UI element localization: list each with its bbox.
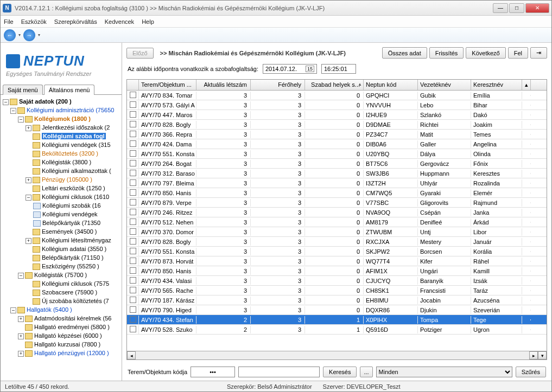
filter-button[interactable]: Szűrés bbox=[516, 367, 546, 377]
table-body[interactable]: AVY/70 834. Tomar330GPQHCIGubikEmíliaAVY… bbox=[127, 91, 547, 351]
all-data-button[interactable]: Összes adat bbox=[382, 47, 427, 59]
expand-icon[interactable]: + bbox=[26, 125, 31, 131]
expand-icon[interactable]: + bbox=[26, 177, 31, 183]
tree-item[interactable]: Hallgató pénzügyei (12000 ) bbox=[34, 350, 109, 356]
row-checkbox[interactable] bbox=[130, 131, 136, 137]
row-checkbox[interactable] bbox=[130, 209, 136, 215]
table-row[interactable]: AVY/70 551. Konsta330SKJPW2BorcsenKoráli… bbox=[127, 247, 547, 256]
row-checkbox[interactable] bbox=[130, 287, 136, 293]
row-checkbox[interactable] bbox=[130, 306, 136, 313]
col-firstname[interactable]: Keresztnév bbox=[471, 80, 522, 90]
expand-icon[interactable]: + bbox=[18, 351, 24, 357]
row-checkbox[interactable] bbox=[130, 277, 136, 284]
expand-icon[interactable]: – bbox=[10, 108, 16, 114]
nav-back-button[interactable]: ← bbox=[4, 29, 16, 41]
tree-item[interactable]: Események (34500 ) bbox=[42, 228, 97, 235]
calendar-icon[interactable]: 15 bbox=[306, 66, 314, 72]
tree-item[interactable]: Kollégisták (75700 ) bbox=[34, 272, 87, 278]
row-checkbox[interactable] bbox=[130, 101, 136, 108]
expand-icon[interactable]: – bbox=[10, 307, 16, 313]
table-row[interactable]: AVY/70 366. Repra330PZ34C7MatitTemes bbox=[127, 130, 547, 139]
menu-file[interactable]: File bbox=[4, 18, 14, 25]
refresh-button[interactable]: Frissítés bbox=[429, 47, 464, 59]
row-checkbox[interactable] bbox=[130, 238, 136, 245]
row-checkbox[interactable] bbox=[130, 297, 136, 303]
col-scroll-up[interactable]: ▴ bbox=[522, 80, 531, 90]
table-row[interactable]: AVY/70 573. Gályi A330YNVVUHLeboBihar bbox=[127, 100, 547, 110]
tab-own-menu[interactable]: Saját menü bbox=[3, 85, 43, 95]
row-checkbox[interactable] bbox=[130, 189, 136, 196]
col-check[interactable] bbox=[127, 80, 139, 90]
close-button[interactable]: ✕ bbox=[525, 3, 549, 13]
menu-help[interactable]: Help bbox=[142, 18, 154, 25]
h-scrollbar[interactable]: ◂ ▸ ▾ bbox=[127, 351, 547, 359]
pin-button[interactable]: ⇥ bbox=[530, 47, 547, 59]
nav-forward-button[interactable]: → bbox=[23, 29, 35, 41]
tree-item[interactable]: Belépőkártyák (71350 bbox=[42, 220, 100, 226]
expand-icon[interactable]: + bbox=[18, 316, 24, 322]
row-checkbox[interactable] bbox=[130, 111, 136, 118]
tree-item[interactable]: Szobacsere (75900 ) bbox=[42, 289, 97, 295]
tree-item[interactable]: Kollégisták (3800 ) bbox=[42, 159, 91, 165]
table-row[interactable]: AVY/70 828. Bogly330D9DMAERichteiJoakim bbox=[127, 120, 547, 130]
expand-icon[interactable]: – bbox=[3, 99, 9, 105]
tree-item[interactable]: Hallgató eredményei (5800 ) bbox=[34, 324, 110, 330]
table-row[interactable]: AVY/70 834. Tomar330GPQHCIGubikEmília bbox=[127, 91, 547, 100]
tree-item[interactable]: Kollégiumok (1800 ) bbox=[34, 115, 91, 122]
search-button[interactable]: Keresés bbox=[323, 367, 357, 377]
expand-icon[interactable]: + bbox=[18, 333, 24, 339]
menu-roleswitch[interactable]: Szerepkörváltás bbox=[54, 18, 97, 25]
row-checkbox[interactable] bbox=[130, 228, 136, 235]
table-row[interactable]: AVY/70 828. Bogly330RXCJXAMesteryJanuár bbox=[127, 237, 547, 247]
table-row[interactable]: AVY/70 879. Verpe330V77SBCGligorovitsRaj… bbox=[127, 198, 547, 208]
tree-item[interactable]: Belépőkártyák (71150 ) bbox=[42, 254, 104, 261]
col-neptun[interactable]: Neptun kód bbox=[364, 80, 418, 90]
row-checkbox[interactable] bbox=[130, 92, 136, 98]
col-free[interactable]: Szabad helyek s...▲ bbox=[305, 80, 364, 90]
row-checkbox[interactable] bbox=[130, 267, 136, 274]
row-checkbox[interactable] bbox=[130, 179, 136, 186]
row-checkbox[interactable] bbox=[130, 170, 136, 176]
table-row[interactable]: AVY/70 434. Stefan231X0PIHXTompaTege bbox=[127, 315, 547, 325]
row-checkbox[interactable] bbox=[130, 248, 136, 254]
tree-root[interactable]: Saját adatok (200 ) bbox=[19, 98, 72, 105]
tab-general-menu[interactable]: Általános menü bbox=[44, 85, 95, 95]
table-row[interactable]: AVY/70 790. Higed330DQXR86DjukinSzeveriá… bbox=[127, 305, 547, 315]
menu-tools[interactable]: Eszközök bbox=[21, 18, 47, 25]
time-input[interactable]: 16:25:01 bbox=[321, 64, 356, 74]
tree-item[interactable]: Pénzügy (105000 ) bbox=[42, 176, 92, 183]
tree-item[interactable]: Hallgató kurzusai (7800 ) bbox=[34, 341, 100, 348]
col-capacity[interactable]: Férőhely bbox=[251, 80, 305, 90]
table-row[interactable]: AVY/70 312. Baraso330SW3JB6HuppmannKeres… bbox=[127, 169, 547, 178]
tree-item[interactable]: Beköltöztetés (3200 ) bbox=[42, 150, 98, 157]
tree-item[interactable]: Eszközigény (55250 ) bbox=[42, 263, 99, 269]
date-input[interactable]: 2014.07.12.15 bbox=[263, 64, 317, 74]
tree-item[interactable]: Kollégiumi létesítménygaz bbox=[42, 237, 111, 243]
row-checkbox[interactable] bbox=[130, 326, 136, 332]
row-checkbox[interactable] bbox=[130, 219, 136, 225]
tree-item[interactable]: Kollégiumi vendégek (315 bbox=[42, 142, 111, 148]
tree-item[interactable]: Kollégiumi vendégek bbox=[42, 211, 98, 217]
minimize-button[interactable]: — bbox=[493, 3, 508, 13]
row-checkbox[interactable] bbox=[130, 160, 136, 166]
table-row[interactable]: AVY/70 850. Hanis330CM7WQ5GyarakiElemér bbox=[127, 188, 547, 198]
up-button[interactable]: Fel bbox=[508, 47, 528, 59]
search-input[interactable] bbox=[238, 367, 320, 377]
tree-item[interactable]: Kollégiumi ciklusok (1610 bbox=[42, 194, 109, 200]
table-row[interactable]: AVY/70 528. Szuko231Q5916DPotzigerUgron bbox=[127, 325, 547, 335]
nav-forward-dropdown[interactable]: ▾ bbox=[36, 33, 42, 37]
tree-item[interactable]: Kollégiumi adminisztráció (75650 bbox=[27, 107, 114, 113]
tree-item-selected[interactable]: Kollégiumi szoba fogl bbox=[42, 133, 106, 139]
tree-item[interactable]: Jelentkezési időszakok (2 bbox=[42, 124, 110, 131]
row-checkbox[interactable] bbox=[130, 140, 136, 147]
row-checkbox[interactable] bbox=[130, 258, 136, 264]
table-row[interactable]: AVY/70 424. Dama330DIB0A6GallerAngelina bbox=[127, 139, 547, 149]
table-row[interactable]: AVY/70 565. Rache330CH8SK1FrancsistiTará… bbox=[127, 286, 547, 295]
col-actual[interactable]: Aktuális létszám bbox=[196, 80, 251, 90]
menu-favorites[interactable]: Kedvencek bbox=[105, 18, 134, 25]
table-row[interactable]: AVY/70 447. Maros330I2HUE9SzlankóDakó bbox=[127, 110, 547, 120]
row-checkbox[interactable] bbox=[130, 150, 136, 157]
table-row[interactable]: AVY/70 797. Bleima330I3ZT2HUhlyárRozalin… bbox=[127, 178, 547, 188]
next-button[interactable]: Következő bbox=[466, 47, 505, 59]
row-checkbox[interactable] bbox=[130, 121, 136, 127]
